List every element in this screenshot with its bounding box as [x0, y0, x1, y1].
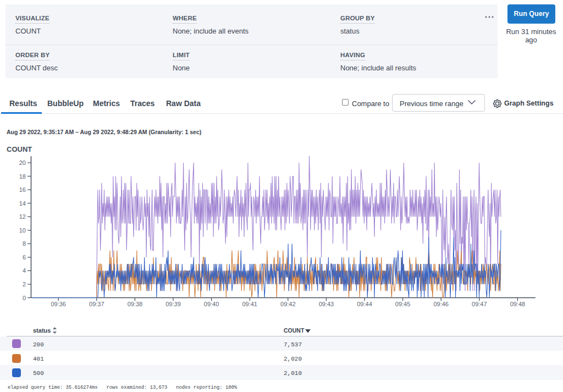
svg-text:09:39: 09:39	[165, 301, 181, 307]
svg-text:10: 10	[19, 227, 26, 234]
svg-text:09:45: 09:45	[395, 301, 411, 307]
svg-text:09:38: 09:38	[128, 301, 143, 307]
svg-text:8: 8	[23, 240, 26, 247]
svg-text:20: 20	[19, 159, 26, 166]
svg-text:09:43: 09:43	[319, 301, 334, 307]
svg-text:4: 4	[23, 267, 26, 274]
svg-text:2: 2	[23, 281, 26, 288]
svg-text:16: 16	[19, 186, 26, 193]
svg-text:09:40: 09:40	[204, 301, 219, 307]
svg-text:18: 18	[19, 173, 26, 180]
svg-text:09:41: 09:41	[242, 301, 257, 307]
svg-text:09:47: 09:47	[472, 301, 487, 307]
svg-text:0: 0	[23, 295, 26, 301]
svg-text:09:46: 09:46	[433, 301, 449, 307]
svg-text:12: 12	[19, 213, 26, 220]
svg-text:09:48: 09:48	[510, 301, 526, 307]
svg-text:14: 14	[19, 200, 26, 207]
svg-text:09:42: 09:42	[280, 301, 296, 307]
svg-text:09:44: 09:44	[357, 301, 372, 307]
svg-text:09:36: 09:36	[51, 301, 66, 307]
svg-text:09:37: 09:37	[89, 301, 104, 307]
svg-text:6: 6	[23, 254, 26, 261]
